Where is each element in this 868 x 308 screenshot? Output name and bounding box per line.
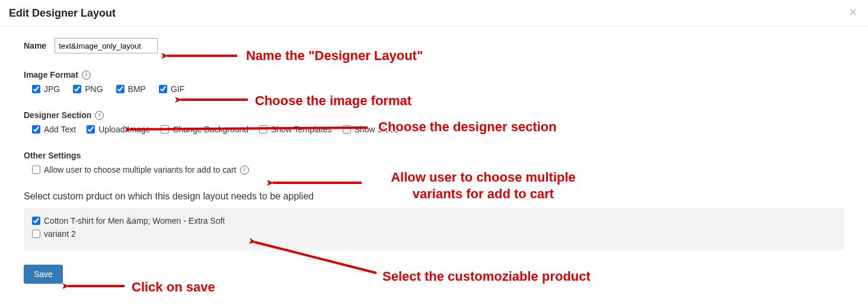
option-label: Allow user to choose multiple variants f… [44, 165, 237, 174]
modal-title: Edit Designer Layout [9, 7, 116, 20]
checkbox-gif[interactable] [159, 85, 167, 93]
designer-option[interactable]: Upload Image [87, 125, 150, 134]
checkbox-upload-image[interactable] [87, 125, 95, 134]
designer-section-header: Designer Section i [24, 110, 844, 120]
name-input[interactable] [55, 38, 158, 53]
checkbox-bmp[interactable] [116, 85, 125, 93]
image-format-options: JPG PNG BMP GIF [32, 84, 844, 94]
image-format-header: Image Format i [24, 70, 844, 80]
info-icon[interactable]: i [240, 166, 249, 174]
option-label: BMP [128, 84, 146, 94]
name-label: Name [24, 41, 46, 50]
product-select-heading: Select custom prduct on which this desig… [24, 191, 844, 202]
image-format-option[interactable]: GIF [159, 84, 184, 94]
checkbox-png[interactable] [73, 85, 81, 93]
designer-section-options: Add Text Upload Image Change Background … [32, 125, 844, 134]
modal-container: Edit Designer Layout × Name Image Format… [0, 0, 868, 296]
option-label: JPG [44, 84, 60, 94]
checkbox-add-text[interactable] [32, 125, 40, 134]
other-settings-section: Other Settings Allow user to choose mult… [24, 151, 844, 174]
option-label: PNG [85, 84, 103, 94]
checkbox-product-2[interactable] [32, 230, 40, 238]
option-label: Change Background [173, 125, 248, 134]
product-select-box: Cotton T-shirt for Men &amp; Women - Ext… [24, 208, 844, 250]
option-label: Upload Image [98, 125, 150, 134]
info-icon[interactable]: i [82, 71, 91, 80]
save-button[interactable]: Save [24, 265, 63, 284]
modal-header: Edit Designer Layout × [0, 0, 868, 26]
product-label: variant 2 [44, 229, 76, 239]
designer-option[interactable]: Add Text [32, 125, 76, 134]
image-format-option[interactable]: PNG [73, 84, 103, 94]
option-label: Add Text [44, 125, 76, 134]
checkbox-show-sides[interactable] [343, 125, 351, 134]
option-label: Show Templates [271, 125, 331, 134]
product-label: Cotton T-shirt for Men &amp; Women - Ext… [44, 216, 225, 226]
designer-section: Designer Section i Add Text Upload Image… [24, 110, 844, 134]
modal-body: Name Image Format i JPG PNG BMP [0, 26, 868, 296]
checkbox-product-1[interactable] [32, 217, 40, 225]
designer-option[interactable]: Change Background [161, 125, 248, 134]
image-format-option[interactable]: BMP [116, 84, 146, 94]
name-row: Name [24, 38, 844, 53]
checkbox-show-templates[interactable] [259, 125, 267, 134]
checkbox-jpg[interactable] [32, 85, 40, 93]
product-item[interactable]: Cotton T-shirt for Men &amp; Women - Ext… [32, 216, 836, 226]
designer-option[interactable]: Show Templates [259, 125, 331, 134]
close-icon[interactable]: × [847, 7, 859, 18]
image-format-section: Image Format i JPG PNG BMP GIF [24, 70, 844, 94]
checkbox-multiple-variants[interactable] [32, 166, 40, 174]
image-format-option[interactable]: JPG [32, 84, 60, 94]
designer-option[interactable]: Show Sides [343, 125, 398, 134]
product-item[interactable]: variant 2 [32, 229, 836, 239]
image-format-heading: Image Format [24, 70, 78, 80]
designer-section-heading: Designer Section [24, 110, 91, 120]
option-label: Show Sides [355, 125, 398, 134]
option-label: GIF [171, 84, 184, 94]
other-settings-options: Allow user to choose multiple variants f… [32, 165, 844, 174]
other-settings-option[interactable]: Allow user to choose multiple variants f… [32, 165, 249, 174]
checkbox-change-background[interactable] [161, 125, 169, 134]
other-settings-heading: Other Settings [24, 151, 81, 160]
other-settings-header: Other Settings [24, 151, 844, 160]
info-icon[interactable]: i [95, 111, 104, 120]
